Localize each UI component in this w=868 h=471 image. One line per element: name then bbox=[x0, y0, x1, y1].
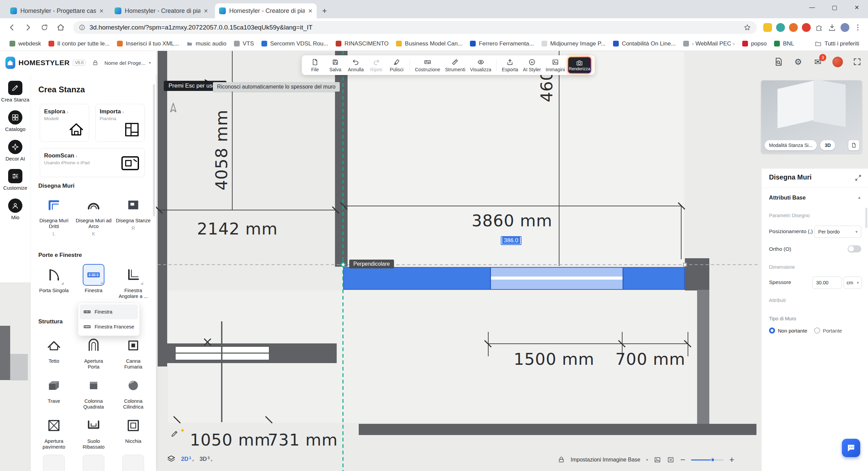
wall-endpoint-handle[interactable] bbox=[683, 263, 687, 267]
tool-porta-singola[interactable]: Porta Singola bbox=[34, 264, 74, 299]
url-bar[interactable]: 3d.homestyler.com/?spm=a1zmxy.20722057.0… bbox=[73, 21, 757, 34]
toolbar-ai-styler-button[interactable]: AIAI Styler bbox=[521, 58, 543, 72]
tool-trave[interactable]: Trave bbox=[34, 375, 74, 410]
toolbar-strumenti-button[interactable]: Strumenti bbox=[443, 58, 467, 72]
rail-item-mio[interactable]: Mio bbox=[1, 199, 29, 221]
tool-disegna-muri-ad-arco[interactable]: Disegna Muri ad ArcoK bbox=[74, 194, 113, 237]
browser-menu-icon[interactable] bbox=[852, 22, 863, 33]
extension-icon-teal[interactable] bbox=[775, 22, 786, 33]
bookmark-item[interactable]: Inserisci il tuo XML... bbox=[114, 39, 182, 49]
toolbar-visualizza-button[interactable]: Visualizza bbox=[468, 58, 493, 72]
inspector-scrollbar[interactable] bbox=[865, 208, 867, 228]
maximize-button[interactable]: ▢ bbox=[823, 0, 846, 15]
extensions-puzzle-icon[interactable] bbox=[814, 22, 825, 33]
minimize-button[interactable]: — bbox=[801, 0, 823, 15]
wall-type-radio[interactable]: Portante bbox=[814, 327, 842, 334]
viewport-3d-preview[interactable]: Modalità Stanza Si... 3D bbox=[761, 80, 862, 153]
expand-panel-icon[interactable] bbox=[854, 174, 862, 182]
messages-icon[interactable]: ✉ 3 bbox=[812, 56, 823, 67]
tool-apertura-porta[interactable]: Apertura Porta bbox=[74, 335, 113, 370]
bookmark-item[interactable]: Sercomm VDSL Rou... bbox=[258, 39, 332, 49]
collapse-icon[interactable]: ▴ bbox=[858, 194, 861, 200]
base-image-lock-icon[interactable] bbox=[558, 456, 565, 463]
wall-type-radio[interactable]: Non portante bbox=[769, 327, 807, 334]
toolbar-annulla-button[interactable]: Annulla bbox=[346, 58, 366, 72]
panel-scrollbar[interactable] bbox=[153, 84, 155, 216]
tool-apertura-pavimento[interactable]: Apertura pavimento bbox=[34, 415, 74, 450]
close-button[interactable]: ✕ bbox=[846, 0, 868, 15]
reload-button[interactable] bbox=[37, 20, 52, 35]
wall-left[interactable] bbox=[158, 51, 167, 366]
selected-wall[interactable] bbox=[343, 267, 685, 290]
project-caret-icon[interactable]: ▾ bbox=[149, 60, 151, 65]
tool-canna-fumaria[interactable]: Canna Fumaria bbox=[114, 335, 153, 370]
render-button[interactable]: Renderizza bbox=[568, 57, 591, 74]
bookmark-item[interactable]: - WebMail PEC - bbox=[680, 39, 738, 49]
view-3d-button[interactable]: 3D bbox=[820, 140, 835, 150]
tool-colonna-quadrata[interactable]: Colonna Quadrata bbox=[74, 375, 113, 410]
positioning-select[interactable]: Per bordo ▾ bbox=[814, 226, 861, 238]
window-menu-item[interactable]: Finestra bbox=[80, 304, 138, 319]
toolbar-costruzione-button[interactable]: Costruzione bbox=[413, 58, 442, 72]
bookmark-item[interactable]: Contabilità On Line... bbox=[610, 39, 679, 49]
thickness-input[interactable]: 30.00 bbox=[812, 277, 842, 289]
thickness-unit-select[interactable]: cm ▾ bbox=[844, 277, 862, 289]
project-name[interactable]: Nome del Proge... bbox=[104, 60, 145, 66]
bookmark-item[interactable]: RINASCIMENTO bbox=[332, 39, 392, 49]
view-tab-3d[interactable]: 3D3▾ bbox=[199, 456, 212, 463]
forward-button[interactable] bbox=[21, 20, 35, 35]
bookmark-item[interactable]: webdesk bbox=[6, 39, 44, 49]
wall-bottom[interactable] bbox=[359, 424, 756, 435]
room-mode-button[interactable]: Modalità Stanza Si... bbox=[765, 140, 817, 150]
bookmark-item[interactable]: Il conto per tutte le... bbox=[45, 39, 113, 49]
zoom-out-button[interactable]: − bbox=[680, 455, 685, 464]
wall-right[interactable] bbox=[697, 290, 709, 425]
new-tab-button[interactable]: + bbox=[319, 5, 330, 17]
back-button[interactable] bbox=[5, 20, 19, 35]
tool-colonna-cilindrica[interactable]: Colonna Cilindrica bbox=[114, 375, 153, 410]
browser-tab[interactable]: Homestyler - Progettare case o...✕ bbox=[6, 3, 108, 18]
wall-corner-right[interactable] bbox=[685, 258, 709, 290]
wall-length-input[interactable]: 386.0 bbox=[501, 236, 521, 245]
search-document-icon[interactable] bbox=[773, 56, 784, 67]
tab-close-icon[interactable]: ✕ bbox=[99, 8, 104, 14]
bookmark-star-icon[interactable] bbox=[743, 23, 751, 32]
clipped-tool[interactable] bbox=[122, 455, 144, 471]
help-chat-button[interactable] bbox=[842, 439, 860, 457]
explore-models-card[interactable]: Esplora› Modelli bbox=[40, 104, 89, 142]
layers-icon[interactable] bbox=[167, 455, 176, 464]
roomscan-card[interactable]: RoomScan› Usando iPhone o iPad bbox=[40, 148, 145, 177]
tool-disegna-stanze[interactable]: Disegna StanzeR bbox=[114, 194, 153, 237]
bookmark-item[interactable]: Midjourney Image P... bbox=[538, 39, 609, 49]
zoom-in-button[interactable]: + bbox=[729, 455, 734, 464]
browser-avatar[interactable] bbox=[840, 22, 850, 33]
rail-item-catalogo[interactable]: Catalogo bbox=[1, 110, 29, 132]
bookmark-item[interactable]: BNL bbox=[771, 39, 797, 49]
tool-nicchia[interactable]: Nicchia bbox=[114, 415, 153, 450]
show-image-icon[interactable] bbox=[654, 456, 661, 464]
settings-gear-icon[interactable]: ⚙ bbox=[793, 56, 804, 67]
toolbar-esporta-button[interactable]: Esporta bbox=[500, 58, 520, 72]
bookmark-item[interactable]: music audio bbox=[183, 39, 230, 49]
bookmark-item[interactable]: popso bbox=[739, 39, 770, 49]
toolbar-ripeti-button[interactable]: Ripeti bbox=[367, 58, 386, 72]
downloads-icon[interactable] bbox=[827, 22, 837, 33]
window-menu-item[interactable]: Finestra Francese bbox=[80, 319, 138, 334]
bookmark-item[interactable]: Ferrero Ferramenta... bbox=[467, 39, 537, 49]
hide-image-icon[interactable] bbox=[667, 456, 674, 464]
tool-tetto[interactable]: Tetto bbox=[34, 335, 74, 370]
ortho-toggle[interactable] bbox=[848, 245, 861, 252]
tool-finestra-angolare-a-[interactable]: Finestra Angolare a ... bbox=[114, 264, 153, 299]
clipped-tool[interactable] bbox=[83, 455, 104, 471]
view-tab-2d[interactable]: 2D1▾ bbox=[181, 456, 194, 463]
clipped-tool[interactable] bbox=[43, 455, 65, 471]
extension-icon-orange[interactable] bbox=[788, 22, 799, 33]
extension-icon-red[interactable] bbox=[801, 22, 812, 33]
home-button[interactable] bbox=[54, 20, 68, 35]
user-avatar[interactable] bbox=[832, 56, 843, 67]
bookmarks-folder-all[interactable]: Tutti i preferiti bbox=[815, 40, 862, 47]
rail-item-crea-stanza[interactable]: Crea Stanza bbox=[1, 81, 29, 103]
rail-item-customize[interactable]: Customize bbox=[1, 169, 29, 191]
extension-icon-yellow[interactable] bbox=[762, 22, 773, 33]
toolbar-immagini-button[interactable]: Immagini bbox=[544, 58, 567, 72]
